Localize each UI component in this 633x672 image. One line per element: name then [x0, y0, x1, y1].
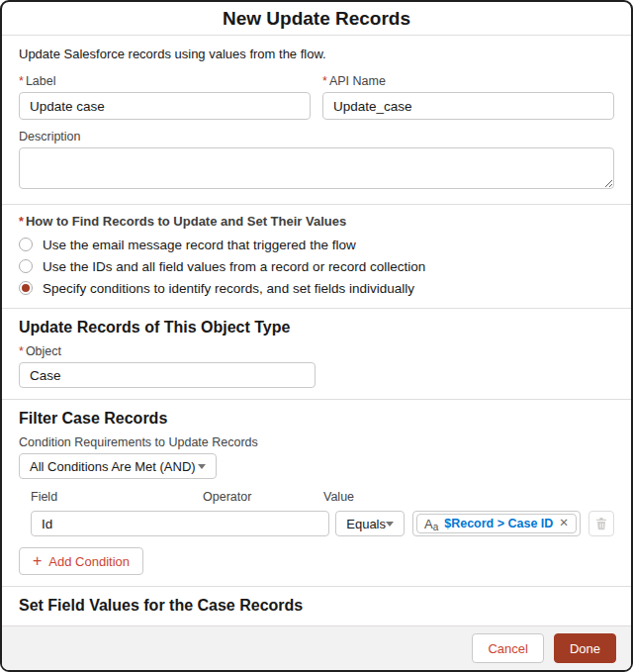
remove-pill-icon[interactable]: ✕: [559, 518, 569, 529]
delete-condition-button[interactable]: [588, 511, 614, 536]
description-field-label: Description: [19, 130, 614, 144]
required-asterisk: *: [19, 344, 24, 358]
required-asterisk: *: [322, 74, 327, 88]
resource-pill[interactable]: Aa $Record > Case ID ✕: [416, 514, 577, 533]
object-field-label: *Object: [19, 344, 614, 358]
filter-condition-row: Equals Aa $Record > Case ID ✕: [31, 511, 614, 536]
intro-text: Update Salesforce records using values f…: [19, 47, 614, 61]
condition-requirements-label: Condition Requirements to Update Records: [19, 435, 614, 449]
label-input[interactable]: [19, 92, 311, 120]
divider: [2, 399, 631, 400]
radio-selected-icon[interactable]: [19, 281, 33, 295]
filter-value-column-label: Value: [323, 490, 581, 504]
object-section-heading: Update Records of This Object Type: [19, 319, 614, 336]
text-type-icon: Aa: [424, 518, 438, 530]
divider: [2, 308, 631, 309]
divider: [2, 204, 631, 205]
filter-operator-column-label: Operator: [203, 490, 316, 504]
page-title: New Update Records: [223, 8, 410, 30]
add-condition-button[interactable]: + Add Condition: [19, 547, 143, 575]
filter-value-combobox[interactable]: Aa $Record > Case ID ✕: [412, 511, 581, 536]
required-asterisk: *: [19, 215, 24, 229]
condition-requirements-select[interactable]: All Conditions Are Met (AND): [19, 453, 217, 479]
dialog-body: Update Salesforce records using values f…: [2, 36, 631, 625]
radio-option-specify-conditions[interactable]: Specify conditions to identify records, …: [19, 279, 614, 297]
description-textarea[interactable]: [19, 147, 614, 189]
required-asterisk: *: [19, 74, 24, 88]
cancel-button[interactable]: Cancel: [472, 633, 543, 663]
object-input[interactable]: [19, 362, 316, 388]
plus-icon: +: [33, 553, 42, 569]
done-button[interactable]: Done: [554, 633, 616, 663]
dialog-footer: Cancel Done: [2, 625, 631, 670]
new-update-records-dialog: New Update Records Update Salesforce rec…: [0, 0, 633, 672]
api-name-field-label: *API Name: [322, 74, 614, 88]
label-field-label: *Label: [19, 74, 311, 88]
api-name-input[interactable]: [322, 92, 614, 120]
chevron-down-icon: [198, 464, 206, 469]
trash-icon: [594, 517, 608, 530]
filter-operator-select[interactable]: Equals: [335, 511, 405, 536]
divider: [2, 586, 631, 587]
radio-icon[interactable]: [19, 259, 33, 273]
resource-pill-label: $Record > Case ID: [444, 517, 553, 530]
filter-field-column-label: Field: [31, 490, 197, 504]
how-to-find-radio-group: Use the email message record that trigge…: [19, 236, 614, 297]
radio-option-ids-and-values[interactable]: Use the IDs and all field values from a …: [19, 257, 614, 275]
filter-section-heading: Filter Case Records: [19, 410, 614, 428]
radio-icon[interactable]: [19, 238, 33, 251]
chevron-down-icon: [386, 522, 394, 527]
filter-field-input[interactable]: [31, 511, 329, 536]
set-values-section-heading: Set Field Values for the Case Records: [19, 597, 614, 615]
dialog-header: New Update Records: [2, 2, 631, 36]
how-to-find-heading: *How to Find Records to Update and Set T…: [19, 214, 614, 229]
radio-option-email-message[interactable]: Use the email message record that trigge…: [19, 236, 614, 253]
